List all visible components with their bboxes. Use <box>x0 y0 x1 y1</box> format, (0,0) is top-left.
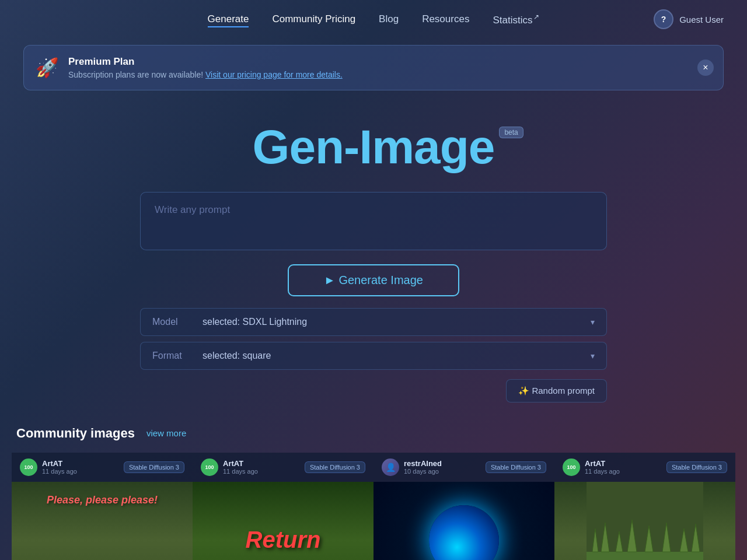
community-card-1[interactable]: 100 ArtAT 11 days ago Stable Diffusion 3… <box>12 453 193 560</box>
card-time-1: 11 days ago <box>42 468 77 475</box>
generate-button[interactable]: ► Generate Image <box>288 264 459 296</box>
card-image-3 <box>374 482 554 560</box>
card-header-4: 100 ArtAT 11 days ago Stable Diffusion 3 <box>554 453 735 482</box>
user-name-label: Guest User <box>679 15 724 24</box>
community-card-3[interactable]: 👤 restrAIned 10 days ago Stable Diffusio… <box>374 453 554 560</box>
premium-banner: 🚀 Premium Plan Subscription plans are no… <box>23 45 724 90</box>
main-heading: Gen-Imagebeta <box>0 120 747 174</box>
card-time-3: 10 days ago <box>404 468 442 475</box>
avatar-4: 100 <box>563 459 580 476</box>
model-badge-2: Stable Diffusion 3 <box>305 461 365 473</box>
card-image-2: Return <box>193 482 374 560</box>
rocket-icon: 🚀 <box>36 57 59 79</box>
card-user-1: 100 ArtAT 11 days ago <box>20 459 77 476</box>
banner-subtitle: Subscription plans are now available! Vi… <box>68 70 688 79</box>
card-user-3: 👤 restrAIned 10 days ago <box>382 459 442 476</box>
banner-title: Premium Plan <box>68 56 688 68</box>
nav-statistics[interactable]: Statistics↗ <box>493 10 539 29</box>
card-time-4: 11 days ago <box>585 468 620 475</box>
navbar: Generate Community Pricing Blog Resource… <box>0 0 747 39</box>
nav-community-pricing[interactable]: Community Pricing <box>272 11 355 27</box>
model-label: Model <box>152 317 193 327</box>
model-badge-4: Stable Diffusion 3 <box>666 461 727 473</box>
nav-links: Generate Community Pricing Blog Resource… <box>208 10 540 29</box>
app-title: Gen-Image <box>253 120 495 173</box>
community-header: Community images view more <box>12 426 735 441</box>
card-header-1: 100 ArtAT 11 days ago Stable Diffusion 3 <box>12 453 193 482</box>
community-image-grid: 100 ArtAT 11 days ago Stable Diffusion 3… <box>12 453 735 560</box>
banner-pricing-link[interactable]: Visit our pricing page for more details. <box>205 70 343 79</box>
random-prompt-row: ✨ Random prompt <box>128 379 619 402</box>
model-dropdown[interactable]: Model selected: SDXL Lightning ▾ <box>140 308 607 336</box>
community-card-2[interactable]: 100 ArtAT 11 days ago Stable Diffusion 3… <box>193 453 374 560</box>
nav-generate[interactable]: Generate <box>208 11 249 27</box>
format-label: Format <box>152 351 193 361</box>
card-header-3: 👤 restrAIned 10 days ago Stable Diffusio… <box>374 453 554 482</box>
grass-graphic <box>587 482 703 560</box>
username-2: ArtAT <box>223 459 258 468</box>
beta-badge: beta <box>499 127 523 138</box>
avatar-2: 100 <box>201 459 218 476</box>
card-user-4: 100 ArtAT 11 days ago <box>563 459 620 476</box>
model-badge-1: Stable Diffusion 3 <box>124 461 184 473</box>
username-1: ArtAT <box>42 459 77 468</box>
avatar-3: 👤 <box>382 459 399 476</box>
prompt-input[interactable] <box>140 192 607 250</box>
options-section: Model selected: SDXL Lightning ▾ Format … <box>128 308 619 370</box>
avatar-1: 100 <box>20 459 37 476</box>
hero-section: Gen-Imagebeta <box>0 102 747 192</box>
card-header-2: 100 ArtAT 11 days ago Stable Diffusion 3 <box>193 453 374 482</box>
card-image-1: Please, please please! <box>12 482 193 560</box>
model-value: selected: SDXL Lightning <box>203 317 591 327</box>
card-time-2: 11 days ago <box>223 468 258 475</box>
username-3: restrAIned <box>404 459 442 468</box>
prompt-section: ► Generate Image <box>128 192 619 296</box>
nav-resources[interactable]: Resources <box>422 11 469 27</box>
model-chevron-down-icon: ▾ <box>591 317 595 327</box>
format-chevron-down-icon: ▾ <box>591 351 595 360</box>
community-card-4[interactable]: 100 ArtAT 11 days ago Stable Diffusion 3 <box>554 453 735 560</box>
card-image-4 <box>554 482 735 560</box>
community-section: Community images view more 100 ArtAT 11 … <box>0 426 747 560</box>
view-more-link[interactable]: view more <box>146 428 186 438</box>
username-4: ArtAT <box>585 459 620 468</box>
format-dropdown[interactable]: Format selected: square ▾ <box>140 342 607 370</box>
format-value: selected: square <box>203 351 591 361</box>
splash-graphic <box>429 505 499 560</box>
banner-close-button[interactable]: × <box>697 60 714 76</box>
community-title: Community images <box>16 426 135 441</box>
random-prompt-button[interactable]: ✨ Random prompt <box>506 379 607 402</box>
nav-blog[interactable]: Blog <box>379 11 399 27</box>
user-avatar-button[interactable]: ? <box>654 9 673 29</box>
model-badge-3: Stable Diffusion 3 <box>486 461 546 473</box>
svg-rect-1 <box>587 552 703 560</box>
user-menu[interactable]: ? Guest User <box>654 9 724 29</box>
banner-content: Premium Plan Subscription plans are now … <box>68 56 688 79</box>
card-user-2: 100 ArtAT 11 days ago <box>201 459 258 476</box>
external-link-icon: ↗ <box>533 13 539 21</box>
